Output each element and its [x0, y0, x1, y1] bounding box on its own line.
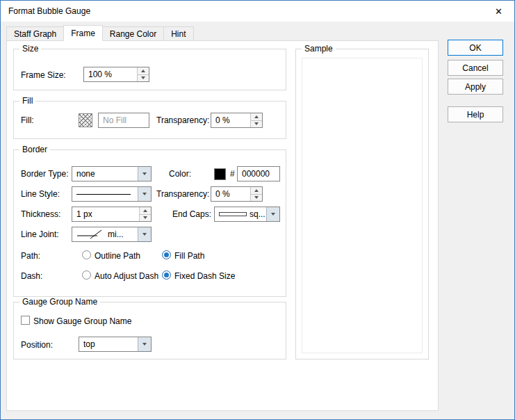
dropdown-arrow-icon [142, 233, 147, 236]
outline-path-radio[interactable] [82, 250, 91, 259]
fill-value: No Fill [103, 115, 126, 125]
gauge-group-name-group: Gauge Group Name Show Gauge Group Name P… [13, 302, 286, 360]
auto-adjust-dash-radio[interactable] [82, 270, 91, 280]
border-color-label: Color: [169, 169, 191, 179]
end-caps-preview [219, 212, 247, 216]
fill-transparency-label: Transparency: [156, 115, 209, 125]
dropdown-arrow-icon [142, 172, 147, 175]
tab-staff-graph[interactable]: Staff Graph [6, 26, 64, 41]
dropdown-button[interactable] [138, 337, 151, 351]
line-joint-dropdown[interactable]: mi... [72, 227, 152, 242]
border-type-value: none [72, 167, 138, 181]
border-color-hex-input[interactable]: 000000 [237, 166, 280, 181]
color-hash-label: # [230, 169, 235, 179]
border-transparency-label: Transparency: [156, 189, 209, 199]
line-joint-label: Line Joint: [21, 229, 59, 239]
spinner-down-icon [254, 122, 259, 125]
gauge-group-name-title: Gauge Group Name [19, 297, 100, 307]
spinner-up-button[interactable] [251, 113, 262, 120]
spinner-down-button[interactable] [138, 74, 149, 82]
spinner-down-icon [254, 196, 259, 199]
dash-label: Dash: [21, 271, 42, 281]
frame-size-value: 100 % [84, 67, 137, 81]
line-style-preview-wrap [72, 187, 138, 201]
spinner-down-button[interactable] [251, 194, 262, 202]
spinner-up-icon [254, 189, 259, 192]
dropdown-button[interactable] [138, 227, 151, 241]
fill-group-title: Fill [19, 96, 35, 106]
end-caps-label: End Caps: [172, 209, 211, 219]
spinner-down-icon [141, 76, 145, 79]
fill-value-input[interactable]: No Fill [98, 113, 149, 128]
border-color-swatch[interactable] [214, 168, 226, 180]
window-title: Format Bubble Gauge [8, 1, 90, 22]
tab-bar: Staff Graph Frame Range Color Hint [6, 25, 193, 41]
dropdown-button[interactable] [138, 187, 151, 201]
spinner-down-button[interactable] [251, 120, 262, 128]
line-style-dropdown[interactable] [72, 186, 152, 202]
fill-path-radio[interactable] [162, 250, 171, 259]
show-gauge-group-name-checkbox[interactable] [21, 316, 30, 325]
thickness-input[interactable]: 1 px [72, 207, 152, 222]
position-label: Position: [21, 340, 53, 350]
outline-path-label: Outline Path [95, 251, 140, 261]
dropdown-button[interactable] [138, 167, 151, 181]
spinner-up-button[interactable] [138, 67, 149, 74]
fill-transparency-input[interactable]: 0 % [211, 113, 263, 128]
sample-group: Sample [295, 49, 429, 360]
border-transparency-value: 0 % [211, 187, 250, 201]
dropdown-arrow-icon [142, 343, 147, 346]
dropdown-button[interactable] [266, 207, 279, 221]
help-button[interactable]: Help [448, 106, 503, 122]
spinner-down-button[interactable] [140, 214, 151, 222]
position-value: top [79, 337, 138, 351]
frame-size-spinner [137, 67, 149, 81]
fill-transparency-spinner [250, 113, 262, 127]
spinner-down-icon [143, 216, 147, 219]
line-style-solid-preview [76, 194, 131, 195]
line-joint-value: mi... [108, 229, 124, 239]
border-group: Border Border Type: none Color: # 000000… [13, 150, 286, 297]
fill-label: Fill: [21, 115, 34, 125]
thickness-spinner [139, 207, 151, 221]
sample-group-title: Sample [302, 44, 336, 54]
cancel-button[interactable]: Cancel [448, 60, 503, 76]
spinner-up-button[interactable] [140, 207, 151, 214]
tab-frame[interactable]: Frame [63, 25, 103, 41]
end-caps-preview-wrap: sq... [215, 207, 266, 221]
spinner-up-icon [254, 115, 259, 118]
path-label: Path: [21, 251, 40, 261]
tab-hint[interactable]: Hint [163, 26, 193, 41]
ok-button[interactable]: OK [448, 40, 503, 56]
border-type-label: Border Type: [21, 169, 68, 179]
fill-group: Fill Fill: No Fill Transparency: 0 % [13, 101, 286, 139]
frame-tab-panel: Size Frame Size: 100 % Fill Fill: No Fil… [6, 40, 439, 411]
fixed-dash-size-radio[interactable] [162, 270, 171, 280]
end-caps-dropdown[interactable]: sq... [214, 207, 280, 222]
line-joint-preview-wrap: mi... [72, 227, 138, 241]
sample-preview [302, 58, 423, 353]
fill-pattern-button[interactable] [79, 113, 92, 127]
border-color-hex-value: 000000 [242, 169, 270, 179]
border-transparency-spinner [250, 187, 262, 201]
border-transparency-input[interactable]: 0 % [211, 186, 263, 202]
fill-transparency-value: 0 % [211, 113, 250, 127]
fill-path-label: Fill Path [174, 251, 204, 261]
border-type-dropdown[interactable]: none [72, 166, 152, 181]
frame-size-input[interactable]: 100 % [83, 67, 149, 82]
apply-button[interactable]: Apply [448, 79, 503, 95]
titlebar: Format Bubble Gauge ✕ [1, 1, 514, 22]
spinner-up-button[interactable] [251, 187, 262, 194]
close-button[interactable]: ✕ [483, 1, 514, 22]
auto-adjust-dash-label: Auto Adjust Dash [95, 271, 158, 281]
thickness-value: 1 px [72, 207, 139, 221]
end-caps-value: sq... [250, 209, 265, 219]
show-gauge-group-name-label: Show Gauge Group Name [33, 316, 131, 326]
position-dropdown[interactable]: top [79, 337, 152, 352]
size-group-title: Size [19, 44, 41, 54]
tab-range-color[interactable]: Range Color [102, 26, 164, 41]
thickness-label: Thickness: [21, 209, 60, 219]
format-bubble-gauge-dialog: Format Bubble Gauge ✕ Staff Graph Frame … [0, 0, 515, 420]
border-group-title: Border [19, 145, 50, 154]
close-icon: ✕ [495, 6, 502, 17]
